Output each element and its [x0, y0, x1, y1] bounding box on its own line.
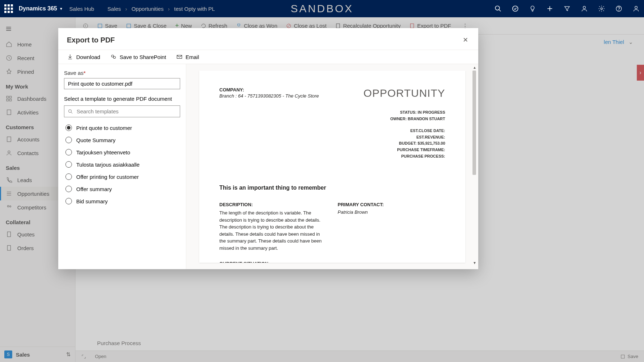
sharepoint-icon	[110, 54, 117, 60]
situation-label: CURRENT SITUATION:	[219, 261, 327, 263]
chevron-down-icon[interactable]: ▾	[60, 6, 62, 11]
save-as-label: Save as*	[64, 70, 180, 76]
lightbulb-icon[interactable]	[529, 5, 536, 12]
template-option-label: Print quote to customer	[76, 125, 132, 131]
dialog-header: Export to PDF ✕	[58, 28, 478, 50]
template-option-label: Offer printing for customer	[76, 174, 139, 180]
brand-label[interactable]: Dynamics 365	[19, 5, 57, 12]
close-button[interactable]: ✕	[461, 35, 470, 45]
svg-line-1	[499, 10, 501, 12]
sandbox-watermark: SANDBOX	[291, 3, 353, 15]
template-option[interactable]: Tarjouksen yhteenveto	[64, 146, 180, 158]
help-icon[interactable]	[615, 5, 622, 12]
crumb-3[interactable]: test Opty with PL	[174, 6, 215, 12]
radio-icon	[65, 125, 72, 131]
dialog-toolbar: Download Save to SharePoint Email	[58, 50, 478, 64]
description-text: The length of the description is variabl…	[219, 209, 327, 252]
top-right-icons	[494, 5, 640, 12]
template-option[interactable]: Offer printing for customer	[64, 171, 180, 183]
template-option[interactable]: Print quote to customer	[64, 122, 180, 134]
crumb-app[interactable]: Sales Hub	[69, 6, 94, 12]
template-option[interactable]: Tulosta tarjous asiakkaalle	[64, 158, 180, 171]
email-button[interactable]: Email	[176, 54, 199, 60]
task-icon[interactable]	[512, 5, 519, 12]
pdf-page: COMPANY: Branch : 64 - 7571393082305 - T…	[199, 71, 465, 263]
contact-value: Patricia Brown	[338, 209, 445, 215]
template-search-input[interactable]	[64, 105, 180, 117]
crumb-2[interactable]: Opportunities	[132, 6, 164, 12]
template-select-label: Select a template to generate PDF docume…	[64, 96, 180, 102]
scroll-down-icon[interactable]: ▼	[473, 261, 476, 265]
template-list: Print quote to customerQuote SummaryTarj…	[64, 122, 180, 207]
filter-icon[interactable]	[563, 5, 571, 12]
svg-point-37	[113, 56, 115, 59]
scrollbar-thumb[interactable]	[472, 71, 476, 175]
top-navbar: Dynamics 365 ▾ Sales Hub Sales › Opportu…	[0, 0, 644, 17]
radio-icon	[65, 173, 72, 180]
filename-input[interactable]	[64, 78, 180, 89]
template-panel: Save as* Select a template to generate P…	[58, 64, 186, 269]
radio-icon	[65, 137, 72, 143]
svg-rect-38	[177, 55, 182, 59]
export-pdf-dialog: Export to PDF ✕ Download Save to SharePo…	[58, 28, 478, 269]
svg-point-2	[513, 6, 518, 12]
gear-icon[interactable]	[598, 5, 605, 12]
crumb-1[interactable]: Sales	[108, 6, 121, 12]
contact-label: PRIMARY CONTACT:	[338, 202, 445, 207]
breadcrumb: Sales Hub Sales › Opportunities › test O…	[69, 6, 215, 12]
svg-point-9	[635, 6, 638, 9]
svg-point-5	[583, 6, 586, 9]
user-icon[interactable]	[632, 5, 640, 12]
dialog-title: Export to PDF	[67, 36, 115, 44]
description-label: DESCRIPTION:	[219, 202, 327, 207]
preview-headline: This is an important thing to remember	[219, 185, 445, 191]
mail-icon	[176, 54, 183, 60]
svg-point-39	[69, 109, 72, 112]
radio-icon	[65, 198, 72, 204]
template-option-label: Bid summary	[76, 198, 108, 204]
template-option[interactable]: Offer summary	[64, 183, 180, 195]
svg-point-6	[601, 8, 603, 10]
search-icon[interactable]	[494, 5, 502, 12]
template-option-label: Quote Summary	[76, 137, 115, 143]
search-icon	[68, 109, 73, 114]
opportunity-meta: STATUS: IN PROGRESS OWNER: BRANDON STUAR…	[219, 109, 445, 159]
scrollbar-track[interactable]	[472, 71, 476, 259]
radio-icon	[65, 149, 72, 155]
template-option[interactable]: Bid summary	[64, 195, 180, 207]
svg-point-8	[618, 10, 619, 10]
template-option-label: Tarjouksen yhteenveto	[76, 149, 130, 155]
template-option-label: Offer summary	[76, 186, 112, 192]
download-button[interactable]: Download	[67, 54, 100, 60]
radio-icon	[65, 161, 72, 168]
download-icon	[67, 54, 73, 60]
assistant-icon[interactable]	[581, 5, 588, 12]
dialog-body: Save as* Select a template to generate P…	[58, 64, 478, 269]
radio-icon	[65, 186, 72, 192]
svg-line-40	[71, 112, 72, 113]
scroll-up-icon[interactable]: ▲	[473, 65, 476, 69]
svg-point-0	[495, 6, 500, 10]
plus-icon[interactable]	[546, 5, 553, 12]
app-launcher-icon[interactable]	[4, 4, 13, 13]
pdf-preview-panel: ▲ ▼ COMPANY: Branch : 64 - 7571393082305…	[186, 64, 478, 269]
save-sharepoint-button[interactable]: Save to SharePoint	[110, 54, 166, 60]
template-option[interactable]: Quote Summary	[64, 134, 180, 146]
template-option-label: Tulosta tarjous asiakkaalle	[76, 162, 140, 168]
